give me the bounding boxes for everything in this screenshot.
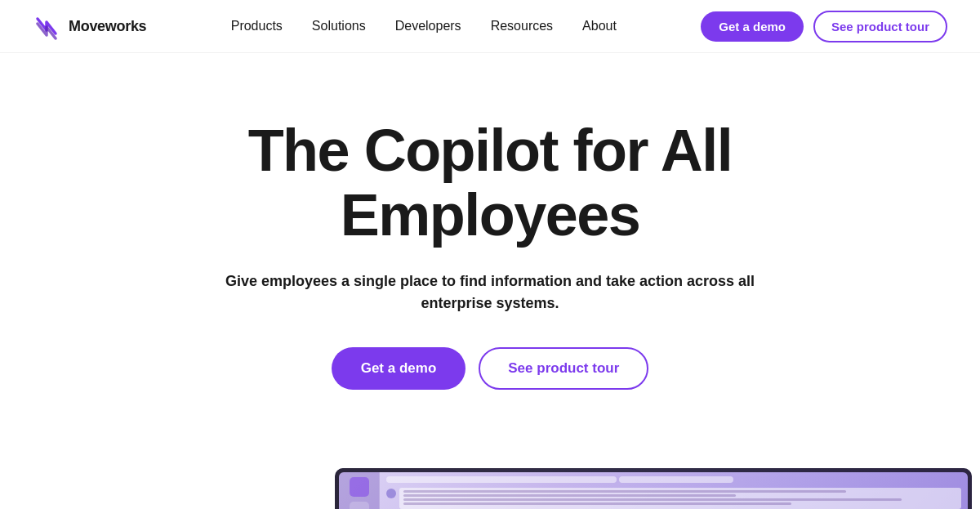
msg-line	[403, 498, 902, 501]
hero-title: The Copilot for All Employees	[122, 118, 858, 248]
message-bubble-1	[399, 488, 961, 509]
sidebar-chat-icon	[350, 477, 369, 497]
nav-resources[interactable]: Resources	[491, 19, 553, 33]
app-sidebar	[339, 472, 380, 509]
hero-image-section	[0, 468, 980, 509]
topbar-controls	[619, 476, 734, 483]
nav-developers[interactable]: Developers	[395, 19, 461, 33]
screen-topbar	[386, 476, 961, 483]
brand-name: Moveworks	[69, 18, 146, 35]
sidebar-icon-1	[350, 502, 369, 509]
logo[interactable]: Moveworks	[33, 12, 146, 40]
header-product-tour-button[interactable]: See product tour	[813, 11, 947, 42]
hero-subtitle: Give employees a single place to find in…	[204, 270, 776, 315]
chat-content	[380, 472, 968, 509]
laptop-lid	[335, 468, 972, 509]
header-get-demo-button[interactable]: Get a demo	[701, 11, 804, 42]
msg-line	[403, 490, 846, 493]
laptop-mockup	[327, 468, 980, 509]
hero-section: The Copilot for All Employees Give emplo…	[0, 53, 980, 468]
chat-message-1	[386, 488, 961, 509]
screen-content	[339, 472, 968, 509]
header-cta-group: Get a demo See product tour	[701, 11, 947, 42]
nav-solutions[interactable]: Solutions	[312, 19, 366, 33]
hero-cta-group: Get a demo See product tour	[332, 347, 649, 390]
topbar-title	[386, 476, 617, 483]
site-header: Moveworks Products Solutions Developers …	[0, 0, 980, 53]
moveworks-logo-icon	[33, 12, 60, 40]
nav-products[interactable]: Products	[231, 19, 283, 33]
msg-line	[403, 494, 736, 497]
nav-about[interactable]: About	[582, 19, 617, 33]
hero-get-demo-button[interactable]: Get a demo	[332, 347, 466, 390]
msg-line	[403, 502, 791, 505]
hero-product-tour-button[interactable]: See product tour	[479, 347, 648, 390]
main-nav: Products Solutions Developers Resources …	[231, 19, 617, 33]
user-avatar-1	[386, 489, 396, 498]
